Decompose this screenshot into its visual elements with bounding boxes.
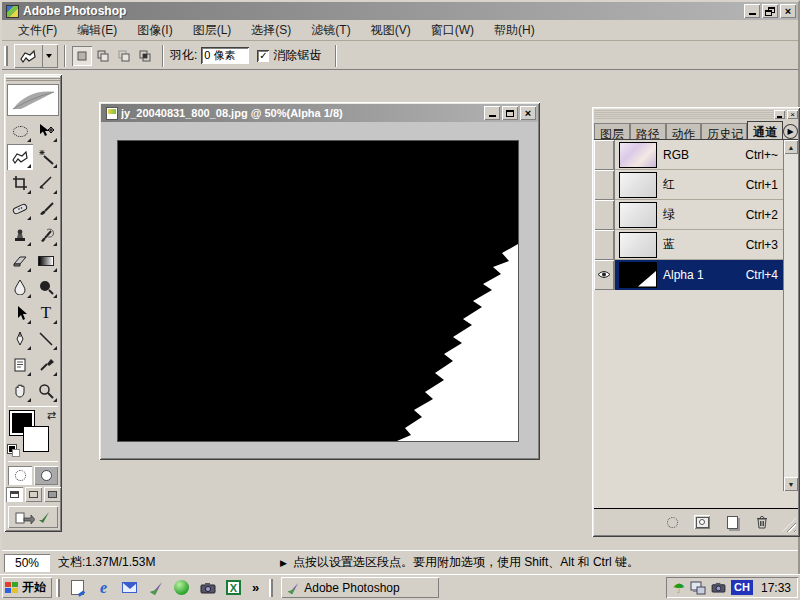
zoom-level-field[interactable]: 50% [4,554,50,572]
channel-row-rgb[interactable]: RGB Ctrl+~ [594,140,798,170]
palette-menu-button[interactable]: ▶ [783,124,798,139]
tray-clock[interactable]: 17:33 [761,581,791,595]
channel-row-red[interactable]: 红 Ctrl+1 [594,170,798,200]
elliptical-marquee-tool[interactable] [7,118,33,144]
start-button[interactable]: 开始 [2,577,52,598]
load-selection-icon[interactable] [664,515,680,529]
type-tool[interactable]: T [33,300,59,326]
eraser-tool[interactable] [7,248,33,274]
quicklaunch-overflow-chevron[interactable]: » [252,580,259,595]
tool-preset-dropdown[interactable] [42,45,54,67]
media-player-icon[interactable] [172,578,191,597]
slice-tool[interactable] [33,170,59,196]
task-button-photoshop[interactable]: Adobe Photoshop [281,577,439,598]
palette-scrollbar[interactable]: ▲ ▼ [783,140,798,491]
menu-select[interactable]: 选择(S) [241,20,301,41]
doc-close-button[interactable]: × [520,106,536,120]
blur-tool[interactable] [7,274,33,300]
tab-paths[interactable]: 路径 [630,123,666,139]
dodge-tool[interactable] [33,274,59,300]
visibility-toggle[interactable] [594,260,615,290]
visibility-toggle[interactable] [594,170,615,200]
tab-channels[interactable]: 通道 [747,121,783,139]
document-titlebar[interactable]: jy_20040831_800_08.jpg @ 50%(Alpha 1/8) … [101,104,538,122]
network-computer-icon[interactable] [690,581,706,595]
menu-file[interactable]: 文件(F) [8,20,67,41]
internet-explorer-icon[interactable]: e [94,578,113,597]
standard-screen-mode-button[interactable] [6,487,23,502]
menu-window[interactable]: 窗口(W) [421,20,484,41]
gradient-tool[interactable] [33,248,59,274]
menu-help[interactable]: 帮助(H) [484,20,545,41]
brush-tool[interactable] [33,196,59,222]
swap-colors-icon[interactable]: ⇄ [47,409,56,422]
toolbox-grip[interactable] [6,76,60,82]
tab-history[interactable]: 历史记 [701,123,747,139]
visibility-toggle[interactable] [594,200,615,230]
menu-layer[interactable]: 图层(L) [183,20,242,41]
menu-image[interactable]: 图像(I) [127,20,182,41]
show-desktop-icon[interactable] [68,578,87,597]
palette-minimize-button[interactable] [774,110,785,119]
eyedropper-tool[interactable] [33,352,59,378]
line-tool[interactable] [33,326,59,352]
magic-wand-tool[interactable] [33,144,59,170]
outlook-express-icon[interactable] [120,578,139,597]
acdsee-camera-icon[interactable] [198,578,217,597]
antialias-checkbox[interactable]: ✓ [257,50,269,62]
image-canvas[interactable] [117,140,519,442]
tray-camera-icon[interactable] [711,582,726,593]
selection-mode-subtract-button[interactable] [114,46,134,66]
save-selection-icon[interactable] [694,515,710,529]
doc-maximize-button[interactable] [502,106,518,120]
taskbar-grip[interactable] [56,579,60,597]
path-selection-tool[interactable] [7,300,33,326]
menu-view[interactable]: 视图(V) [361,20,421,41]
lasso-tool[interactable] [7,144,33,170]
options-grip[interactable] [4,46,8,66]
photoshop-quicklaunch-icon[interactable] [146,578,165,597]
hand-tool[interactable] [7,378,33,404]
palette-resize-grip[interactable] [782,518,796,532]
visibility-toggle[interactable] [594,140,615,170]
clone-stamp-tool[interactable] [7,222,33,248]
jump-to-imageready-button[interactable] [8,506,58,528]
fullscreen-menubar-mode-button[interactable] [25,487,42,502]
tab-actions[interactable]: 动作 [666,123,702,139]
zoom-tool[interactable] [33,378,59,404]
selection-mode-add-button[interactable] [93,46,113,66]
scroll-up-button[interactable]: ▲ [784,140,798,154]
scroll-down-button[interactable]: ▼ [784,477,798,491]
selection-mode-new-button[interactable] [72,46,92,66]
delete-channel-icon[interactable] [754,515,770,529]
history-brush-tool[interactable] [33,222,59,248]
standard-mode-button[interactable] [8,466,32,485]
channel-row-alpha1[interactable]: Alpha 1 Ctrl+4 [594,260,798,290]
palette-titlebar[interactable]: × [594,109,798,120]
tab-layers[interactable]: 图层 [594,123,630,139]
close-button[interactable]: × [780,4,796,18]
menu-edit[interactable]: 编辑(E) [67,20,127,41]
palette-close-button[interactable]: × [787,110,798,119]
new-channel-icon[interactable] [724,515,740,529]
status-menu-arrow-icon[interactable]: ▶ [280,558,287,568]
excel-icon[interactable]: X [224,578,243,597]
tool-preset-picker[interactable] [14,44,58,68]
background-color-swatch[interactable] [24,427,48,451]
feather-input[interactable]: 0 像素 [201,47,249,64]
default-colors-icon[interactable] [8,445,20,457]
channel-row-blue[interactable]: 蓝 Ctrl+3 [594,230,798,260]
menu-filter[interactable]: 滤镜(T) [301,20,360,41]
pen-tool[interactable] [7,326,33,352]
antivirus-umbrella-icon[interactable]: ☂ [673,581,686,595]
ime-language-indicator[interactable]: CH [731,580,753,595]
fullscreen-mode-button[interactable] [44,487,61,502]
notes-tool[interactable] [7,352,33,378]
selection-mode-intersect-button[interactable] [135,46,155,66]
minimize-button[interactable] [744,4,760,18]
move-tool[interactable] [33,118,59,144]
taskbar-grip2[interactable] [269,579,273,597]
restore-button[interactable] [762,4,778,18]
healing-brush-tool[interactable] [7,196,33,222]
quick-mask-mode-button[interactable] [34,466,58,485]
